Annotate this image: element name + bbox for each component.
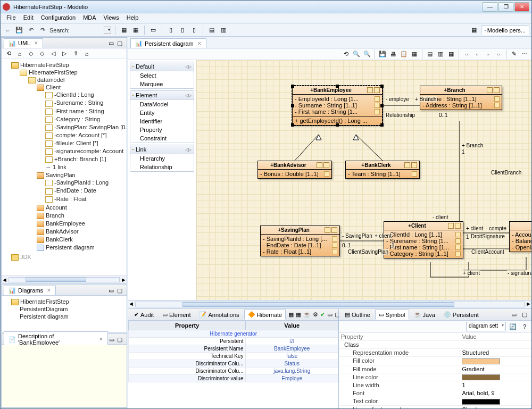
tool-icon[interactable]: ▦ (119, 26, 129, 35)
tab-outline[interactable]: ▤Outline (341, 310, 374, 320)
nav-icon[interactable]: ⟲ (4, 49, 13, 59)
close-icon[interactable]: ✕ (34, 40, 38, 46)
dist3-icon[interactable]: ▫ (483, 49, 493, 59)
new-icon[interactable]: ▫ (3, 26, 12, 35)
maximize-icon[interactable]: ▢ (117, 40, 124, 46)
tab-persistent[interactable]: 💿Persistent (440, 310, 483, 320)
nav3-icon[interactable]: ◇ (26, 49, 36, 59)
main-toolbar: ▫ 💾 ↶ ↷ Search: ▦ ▦ ▭ ▯ ▯ ▯ ▤ ▥ ▦ Modeli… (1, 24, 531, 37)
symbol-table[interactable]: PropertyValue Class Representation modeS… (339, 333, 531, 408)
diagrams-tree[interactable]: HibernateFirstStep PersistentDiagramPers… (2, 296, 127, 332)
dist2-icon[interactable]: ▫ (472, 49, 482, 59)
zoom-reset-icon[interactable]: ⟲ (341, 49, 351, 59)
tool3-icon[interactable]: ▭ (148, 26, 158, 35)
menu-edit[interactable]: Edit (20, 13, 37, 23)
tool5-icon[interactable]: ▯ (178, 26, 187, 35)
tab-java[interactable]: ☕Java (410, 310, 439, 320)
description-body[interactable] (2, 345, 127, 407)
palette-marquee[interactable]: Marquee (130, 80, 194, 88)
menu-configuration[interactable]: Configuration (37, 13, 79, 23)
prop-ok-icon[interactable]: ✔ (320, 310, 326, 320)
diagram-editor: 📊Persistent diagram✕ ⟲ 🔍 🔍 💾 🖶 📋 ▦ ▤ ▥ ▦ (128, 37, 531, 308)
diagram-settings-dropdown[interactable]: diagram sett (466, 322, 506, 331)
tool2-icon[interactable]: ▦ (131, 26, 140, 35)
undo-icon[interactable]: ↶ (26, 26, 36, 35)
prop2-icon[interactable]: ▦ (295, 310, 302, 320)
prop-icon[interactable]: ▦ (288, 310, 294, 320)
class-savingplan[interactable]: +SavingPlan - SavingPlanId : Long [...- … (260, 226, 340, 256)
palette-property[interactable]: Property (130, 126, 194, 134)
grid-icon[interactable]: ▦ (410, 49, 419, 59)
minimize-button[interactable]: — (483, 2, 497, 12)
edit-icon[interactable]: ✎ (509, 49, 519, 59)
home-icon[interactable]: ⌂ (82, 49, 92, 59)
fwd-icon[interactable]: ▷ (60, 49, 69, 59)
tab-element[interactable]: ▭Element (159, 310, 194, 320)
class-bankemployee[interactable]: +BankEmployee - EmployeeId : Long [1...-… (292, 86, 383, 126)
perspective-icon[interactable]: ▦ (469, 26, 479, 35)
palette-identifier[interactable]: Identifier (130, 117, 194, 126)
save-icon[interactable]: 💾 (14, 26, 24, 35)
menu-help[interactable]: Help (123, 13, 143, 23)
uml-tab[interactable]: 📊UML✕ (4, 38, 43, 48)
tool7-icon[interactable]: ▤ (207, 26, 217, 35)
tab-annotations[interactable]: 📝Annotations (195, 310, 243, 320)
tool4-icon[interactable]: ▯ (166, 26, 176, 35)
close-button[interactable]: ✕ (514, 2, 529, 12)
palette-constraint[interactable]: Constraint (130, 134, 194, 143)
back-icon[interactable]: ◁ (48, 49, 58, 59)
menu-mda[interactable]: MDA (79, 13, 99, 23)
align3-icon[interactable]: ▦ (446, 49, 456, 59)
perspective-button[interactable]: Modelio pers... (481, 26, 529, 35)
uml-tree[interactable]: HibernateFirstStep HibernateFirstStep da… (2, 59, 127, 276)
palette-datamodel[interactable]: DataModel (130, 100, 194, 108)
nav2-icon[interactable]: ⌂ (15, 49, 24, 59)
maximize-button[interactable]: ❐ (498, 2, 513, 12)
sync-icon[interactable]: 🔄 (508, 322, 518, 331)
prop4-icon[interactable]: ⚙ (312, 310, 319, 320)
class-bankadvisor[interactable]: +BankAdvisor - Bonus : Double [1..1] (257, 161, 332, 179)
uml-hscroll[interactable]: ◄► (2, 276, 127, 283)
print-icon[interactable]: 🖶 (388, 49, 398, 59)
tab-symbol[interactable]: ▭Symbol (375, 310, 409, 320)
palette-hierarchy[interactable]: Hierarchy (130, 154, 194, 163)
tab-hibernate[interactable]: 🔶Hibernate (244, 310, 286, 320)
minimize-icon[interactable]: ▭ (109, 40, 116, 46)
nav4-icon[interactable]: ◇ (37, 49, 47, 59)
dist4-icon[interactable]: ▫ (494, 49, 503, 59)
properties-table[interactable]: PropertyValue Hibernate generator Persis… (128, 321, 338, 408)
menu-views[interactable]: Views (100, 13, 123, 23)
copy-icon[interactable]: 📋 (399, 49, 409, 59)
redo-icon[interactable]: ↷ (38, 26, 47, 35)
more-icon[interactable]: ⋯ (520, 49, 529, 59)
tool6-icon[interactable]: ▯ (189, 26, 199, 35)
tab-audit[interactable]: ✔Audit (130, 310, 157, 320)
help-icon[interactable]: ? (520, 322, 529, 331)
close-icon[interactable]: ✕ (197, 41, 202, 46)
canvas-hscroll[interactable]: ◄► (128, 300, 531, 308)
align2-icon[interactable]: ▥ (436, 49, 445, 59)
palette-relationship[interactable]: Relationship (130, 163, 194, 171)
zoom-in-icon[interactable]: 🔍 (352, 49, 361, 59)
menu-file[interactable]: File (3, 13, 20, 23)
save-diag-icon[interactable]: 💾 (378, 49, 387, 59)
palette-entity[interactable]: Entity (130, 108, 194, 117)
class-bankclerk[interactable]: +BankClerk - Team : String [1..1] (345, 161, 420, 179)
diagrams-tab[interactable]: 📊Diagrams✕ (4, 286, 56, 295)
search-dropdown[interactable] (104, 27, 111, 34)
diagram-canvas[interactable]: +BankEmployee - EmployeeId : Long [1...-… (196, 60, 531, 300)
dist-icon[interactable]: ▫ (462, 49, 471, 59)
symbol-tabs: ▤Outline ▭Symbol ☕Java 💿Persistent ▭▢ (339, 309, 531, 321)
close-icon[interactable]: ✕ (47, 288, 51, 293)
tool8-icon[interactable]: ▥ (219, 26, 228, 35)
search-label: Search: (49, 27, 70, 34)
prop3-icon[interactable]: ☕ (303, 310, 311, 320)
align-icon[interactable]: ▤ (425, 49, 435, 59)
palette-select[interactable]: Select (130, 71, 194, 80)
diagram-tab[interactable]: 📊Persistent diagram✕ (130, 38, 206, 48)
class-account[interactable]: +Account - AccountNumber : Lon...- Balan… (509, 221, 531, 252)
class-client[interactable]: +Client - ClientId : Long [1..1]- Surena… (384, 221, 463, 258)
close-icon[interactable]: ✕ (99, 337, 103, 342)
zoom-out-icon[interactable]: 🔍 (362, 49, 372, 59)
up-icon[interactable]: ⇧ (71, 49, 80, 59)
